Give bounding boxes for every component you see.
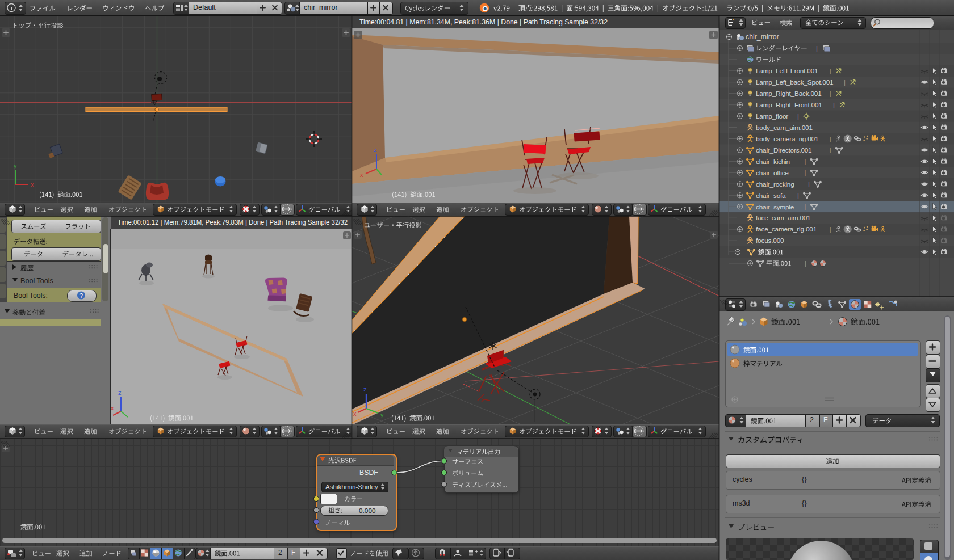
svg-text:z: z (118, 389, 122, 396)
svg-text:x: x (111, 405, 114, 411)
svg-text:x: x (360, 171, 363, 178)
svg-text:z: z (374, 146, 377, 153)
svg-text:y: y (380, 411, 384, 418)
svg-text:z: z (363, 386, 367, 393)
svg-text:x: x (353, 410, 357, 417)
